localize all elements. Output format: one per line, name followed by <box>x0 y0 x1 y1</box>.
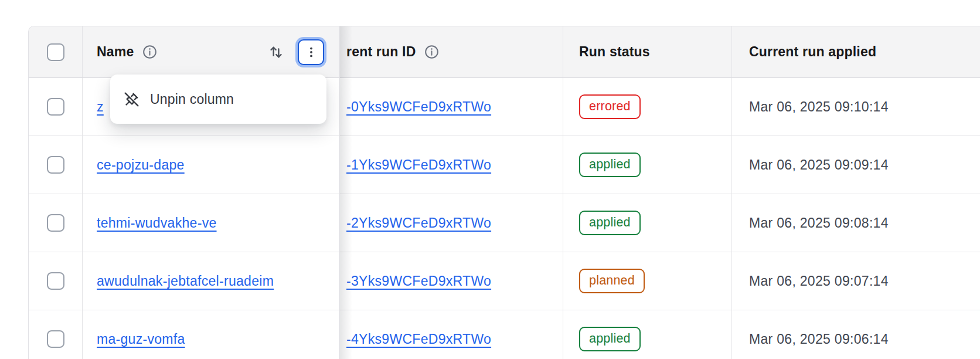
row-run-id-cell: -2Yks9WCFeD9xRTWo <box>339 194 563 252</box>
row-status-cell: planned <box>563 252 732 310</box>
table-row: tehmi-wudvakhe-ve -2Yks9WCFeD9xRTWo appl… <box>29 194 980 252</box>
row-applied-cell: Mar 06, 2025 09:08:14 <box>732 194 980 252</box>
header-select-all-cell <box>29 26 83 77</box>
column-menu-button[interactable] <box>298 39 324 65</box>
row-name-cell: ma-guz-vomfa <box>83 310 339 359</box>
row-select-cell <box>29 136 83 194</box>
column-menu-dropdown: Unpin column <box>110 74 326 124</box>
header-current-run-applied-cell: Current run applied <box>732 26 980 77</box>
kebab-vertical-icon <box>305 46 318 59</box>
column-header-name: Name <box>97 44 134 60</box>
workspace-name-link[interactable]: awudulnak-jebtafcel-ruadeim <box>97 273 274 289</box>
run-id-link[interactable]: -2Yks9WCFeD9xRTWo <box>346 215 491 231</box>
header-name-cell: Name <box>83 26 339 77</box>
table-header-row: Name <box>29 26 980 78</box>
header-run-status-cell: Run status <box>563 26 732 77</box>
row-applied-cell: Mar 06, 2025 09:09:14 <box>732 136 980 194</box>
applied-timestamp: Mar 06, 2025 09:08:14 <box>749 215 889 231</box>
header-current-run-id-cell: rent run ID <box>339 26 563 77</box>
row-name-cell: tehmi-wudvakhe-ve <box>83 194 339 252</box>
row-name-cell: ce-pojzu-dape <box>83 136 339 194</box>
row-checkbox[interactable] <box>47 98 64 116</box>
row-run-id-cell: -3Yks9WCFeD9xRTWo <box>339 252 563 310</box>
row-applied-cell: Mar 06, 2025 09:10:14 <box>732 78 980 136</box>
sort-icon[interactable] <box>267 43 285 61</box>
pin-off-icon <box>123 91 140 108</box>
table-row: ma-guz-vomfa -4Yks9WCFeD9xRTWo applied M… <box>29 310 980 359</box>
run-id-link[interactable]: -3Yks9WCFeD9xRTWo <box>346 273 491 289</box>
row-checkbox[interactable] <box>47 214 64 232</box>
column-header-run-status: Run status <box>579 44 650 60</box>
row-checkbox[interactable] <box>47 156 64 174</box>
row-applied-cell: Mar 06, 2025 09:07:14 <box>732 252 980 310</box>
row-name-cell: awudulnak-jebtafcel-ruadeim <box>83 252 339 310</box>
row-select-cell <box>29 78 83 136</box>
run-id-link[interactable]: -0Yks9WCFeD9xRTWo <box>346 99 491 115</box>
workspace-name-link[interactable]: tehmi-wudvakhe-ve <box>97 215 217 231</box>
table-row: awudulnak-jebtafcel-ruadeim -3Yks9WCFeD9… <box>29 252 980 310</box>
select-all-checkbox[interactable] <box>47 43 64 61</box>
row-run-id-cell: -1Yks9WCFeD9xRTWo <box>339 136 563 194</box>
column-header-current-run-id: rent run ID <box>346 44 416 60</box>
menu-item-unpin-column[interactable]: Unpin column <box>110 74 326 124</box>
row-run-id-cell: -0Yks9WCFeD9xRTWo <box>339 78 563 136</box>
run-status-badge: applied <box>579 153 641 177</box>
run-status-badge: applied <box>579 327 641 351</box>
row-status-cell: applied <box>563 310 732 359</box>
row-select-cell <box>29 252 83 310</box>
applied-timestamp: Mar 06, 2025 09:06:14 <box>749 331 889 347</box>
workspace-name-link[interactable]: ma-guz-vomfa <box>97 331 185 347</box>
row-status-cell: applied <box>563 194 732 252</box>
row-select-cell <box>29 194 83 252</box>
info-icon[interactable] <box>424 44 440 60</box>
workspace-name-link[interactable]: ce-pojzu-dape <box>97 157 185 173</box>
row-checkbox[interactable] <box>47 330 64 348</box>
row-run-id-cell: -4Yks9WCFeD9xRTWo <box>339 310 563 359</box>
run-id-link[interactable]: -1Yks9WCFeD9xRTWo <box>346 157 491 173</box>
run-status-badge: planned <box>579 269 645 293</box>
info-icon[interactable] <box>142 44 158 60</box>
row-checkbox[interactable] <box>47 272 64 290</box>
row-status-cell: applied <box>563 136 732 194</box>
row-select-cell <box>29 310 83 359</box>
menu-item-label: Unpin column <box>150 92 234 107</box>
workspace-name-link[interactable]: z <box>97 99 104 115</box>
row-status-cell: errored <box>563 78 732 136</box>
applied-timestamp: Mar 06, 2025 09:09:14 <box>749 157 889 173</box>
column-header-current-run-applied: Current run applied <box>749 44 876 60</box>
applied-timestamp: Mar 06, 2025 09:07:14 <box>749 273 889 289</box>
run-status-badge: applied <box>579 211 641 235</box>
applied-timestamp: Mar 06, 2025 09:10:14 <box>749 99 889 115</box>
row-applied-cell: Mar 06, 2025 09:06:14 <box>732 310 980 359</box>
table-row: ce-pojzu-dape -1Yks9WCFeD9xRTWo applied … <box>29 136 980 194</box>
run-status-badge: errored <box>579 94 641 119</box>
run-id-link[interactable]: -4Yks9WCFeD9xRTWo <box>346 331 491 347</box>
